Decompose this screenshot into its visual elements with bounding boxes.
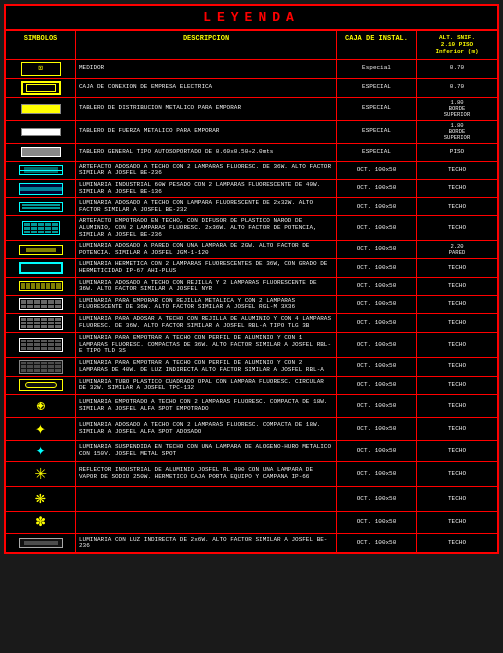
desc-artefacto-techo: ARTEFACTO ADOSADO A TECHO CON 2 LAMPARAS… [76,162,337,179]
table-row: LUMINARIA PARA EMPORAR CON REJILLA METAL… [6,296,497,314]
symbol-luminaria-indirecta [6,534,76,552]
desc-luminaria-empotrar-aluminio: LUMINARIA PARA EMPOTRAR A TECHO CON PERF… [76,333,337,357]
star1-icon: ❋ [35,489,46,509]
alt-luminaria-empotrar-rejilla: TECHO [417,296,497,313]
symbol-star1: ❋ [6,487,76,511]
caja-tablero-dist: ESPECIAL [337,98,417,120]
table-row: ⊡ MEDIDOR Especial 0.70 [6,60,497,79]
caja-artefacto-empotrado: OCT. 100x50 [337,216,417,240]
caja-tablero-general: ESPECIAL [337,144,417,161]
caja-luminaria-pared: OCT. 100x50 [337,241,417,258]
table-row: ARTEFACTO EMPOTRADO EN TECHO, CON DIFUSO… [6,216,497,241]
symbol-luminaria-adosar-rejilla [6,314,76,332]
caja-star1: OCT. 100x50 [337,487,417,511]
header-alt: ALT. SNIF.2.10 PISOInferior (m) [417,31,497,59]
desc-star1 [76,487,337,511]
symbol-luminaria-tubo-plastico [6,377,76,394]
desc-reflector: REFLECTOR INDUSTRIAL DE ALUMINIO JOSFEL … [76,462,337,486]
table-row: TABLERO DE FUERZA METALICO PARA EMPORAR … [6,121,497,144]
desc-luminaria-adosar-rejilla: LUMINARIA PARA ADOSAR A TECHO CON REJILL… [76,314,337,332]
symbol-luminaria-spot-adosado: ✦ [6,418,76,440]
alt-luminaria-pared: 2.20PARED [417,241,497,258]
symbol-medidor: ⊡ [6,60,76,78]
caja-tablero-fuerza: ESPECIAL [337,121,417,143]
desc-luminaria-metal-spot: LUMINARIA SUSPENDIDA EN TECHO CON UNA LA… [76,441,337,461]
table-row: LUMINARIA ADOSADO A TECHO CON REJILLA Y … [6,278,497,296]
caja-medidor: Especial [337,60,417,78]
title-bar: LEYENDA [6,6,497,31]
desc-luminaria-compacta-indirecta: LUMINARIA PARA EMPOTRAR A TECHO CON PERF… [76,358,337,376]
alt-luminaria-empotrar-aluminio: TECHO [417,333,497,357]
symbol-luminaria-empotrar-rejilla [6,296,76,313]
desc-luminaria-pared: LUMINARIA ADOSADO A PARED CON UNA LAMPAR… [76,241,337,258]
caja-luminaria-empotrar-aluminio: OCT. 100x50 [337,333,417,357]
symbol-luminaria-rejilla-adosado [6,278,76,295]
symbol-luminaria-spot-empotrado: ✦ [6,395,76,417]
alt-luminaria-spot-adosado: TECHO [417,418,497,440]
table-row: LUMINARIA ADOSADO A TECHO CON LAMPARA FL… [6,198,497,216]
alt-luminaria-tubo-plastico: TECHO [417,377,497,394]
alt-reflector: TECHO [417,462,497,486]
desc-luminaria-spot-empotrado: LUMINARIA EMPOTRADO A TECHO CON 2 LAMPAR… [76,395,337,417]
alt-tablero-dist: 1.80BORDESUPERIOR [417,98,497,120]
symbol-tablero-dist [6,98,76,120]
table-row: ✦ LUMINARIA ADOSADO A TECHO CON 2 LAMPAR… [6,418,497,441]
symbol-luminaria-hermetica [6,259,76,276]
symbol-artefacto-empotrado [6,216,76,240]
caja-luminaria-adosar-rejilla: OCT. 100x50 [337,314,417,332]
alt-luminaria-metal-spot: TECHO [417,441,497,461]
desc-luminaria-empotrar-rejilla: LUMINARIA PARA EMPORAR CON REJILLA METAL… [76,296,337,313]
symbol-luminaria-industrial [6,180,76,197]
desc-tablero-general: TABLERO GENERAL TIPO AUTOSOPORTADO DE 0.… [76,144,337,161]
alt-tablero-general: PISO [417,144,497,161]
table-row: ✽ OCT. 100x50 TECHO [6,512,497,535]
symbol-luminaria-metal-spot: ✦ [6,441,76,461]
caja-reflector: OCT. 100x50 [337,462,417,486]
caja-luminaria-spot-empotrado: OCT. 100x50 [337,395,417,417]
desc-luminaria-tubo-plastico: LUMINARIA TUBO PLASTICO CUADRADO OPAL CO… [76,377,337,394]
caja-luminaria-industrial: OCT. 100x50 [337,180,417,197]
desc-caja-conexion: CAJA DE CONEXION DE EMPRESA ELECTRICA [76,79,337,97]
caja-luminaria-tubo-plastico: OCT. 100x50 [337,377,417,394]
desc-luminaria-industrial: LUMINARIA INDUSTRIAL 60W PESADO CON 2 LA… [76,180,337,197]
symbol-luminaria-pared [6,241,76,258]
table-row: ✦ LUMINARIA EMPOTRADO A TECHO CON 2 LAMP… [6,395,497,418]
alt-star1: TECHO [417,487,497,511]
table-row: CAJA DE CONEXION DE EMPRESA ELECTRICA ES… [6,79,497,98]
desc-tablero-fuerza: TABLERO DE FUERZA METALICO PARA EMPORAR [76,121,337,143]
desc-luminaria-rejilla-adosado: LUMINARIA ADOSADO A TECHO CON REJILLA Y … [76,278,337,295]
legend-container: LEYENDA SIMBOLOS DESCRIPCION CAJA DE INS… [4,4,499,554]
legend-title: LEYENDA [203,10,300,25]
alt-luminaria-indirecta: TECHO [417,534,497,552]
table-row: LUMINARIA CON LUZ INDIRECTA DE 2x6W. ALT… [6,534,497,552]
alt-luminaria-industrial: TECHO [417,180,497,197]
table-row: LUMINARIA HERMETICA CON 2 LAMPARAS FLUOR… [6,259,497,277]
desc-luminaria-hermetica: LUMINARIA HERMETICA CON 2 LAMPARAS FLUOR… [76,259,337,276]
alt-luminaria-compacta-indirecta: TECHO [417,358,497,376]
alt-luminaria-adosar-rejilla: TECHO [417,314,497,332]
symbol-reflector: ✳ [6,462,76,486]
table-body: ⊡ MEDIDOR Especial 0.70 CAJA DE CONEXION… [6,60,497,553]
alt-luminaria-adosado: TECHO [417,198,497,215]
symbol-luminaria-compacta-indirecta [6,358,76,376]
caja-luminaria-metal-spot: OCT. 100x50 [337,441,417,461]
symbol-luminaria-adosado [6,198,76,215]
symbol-artefacto-techo [6,162,76,179]
symbol-tablero-fuerza [6,121,76,143]
alt-luminaria-hermetica: TECHO [417,259,497,276]
desc-star2 [76,512,337,534]
alt-medidor: 0.70 [417,60,497,78]
table-row: LUMINARIA PARA ADOSAR A TECHO CON REJILL… [6,314,497,333]
table-row: LUMINARIA PARA EMPOTRAR A TECHO CON PERF… [6,358,497,377]
desc-luminaria-indirecta: LUMINARIA CON LUZ INDIRECTA DE 2x6W. ALT… [76,534,337,552]
table-row: LUMINARIA PARA EMPOTRAR A TECHO CON PERF… [6,333,497,358]
table-row: ARTEFACTO ADOSADO A TECHO CON 2 LAMPARAS… [6,162,497,180]
desc-tablero-dist: TABLERO DE DISTRIBUCION METALICO PARA EM… [76,98,337,120]
symbol-tablero-general [6,144,76,161]
caja-luminaria-spot-adosado: OCT. 100x50 [337,418,417,440]
symbol-caja-conexion [6,79,76,97]
symbol-luminaria-empotrar-aluminio [6,333,76,357]
caja-conexion-val: ESPECIAL [337,79,417,97]
alt-tablero-fuerza: 1.80BORDESUPERIOR [417,121,497,143]
caja-luminaria-adosado: OCT. 100x50 [337,198,417,215]
